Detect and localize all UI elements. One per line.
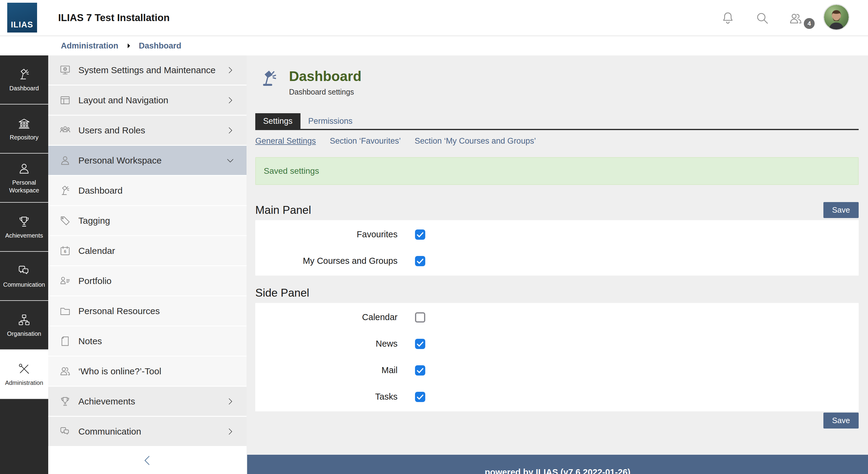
tab-bar: SettingsPermissions — [255, 113, 859, 130]
sidebar-item-personal-resources[interactable]: Personal Resources — [48, 296, 247, 326]
sidebar-item-who-is-online-tool[interactable]: ‘Who is online?’-Tool — [48, 357, 247, 386]
sidebar-item-layout-and-navigation[interactable]: Layout and Navigation — [48, 86, 247, 115]
search-button[interactable] — [755, 11, 770, 25]
note-icon — [59, 335, 71, 347]
chevron-right-icon — [226, 397, 235, 406]
sidebar-item-label: Achievements — [79, 396, 135, 407]
installation-title: ILIAS 7 Test Installation — [58, 12, 170, 24]
section-header-main-panel: Main PanelSave — [255, 202, 859, 218]
chat-icon — [59, 426, 71, 438]
sidebar-item-tagging[interactable]: Tagging — [48, 206, 247, 235]
rail-item-label: Dashboard — [7, 84, 41, 92]
logo-text: ILIAS — [11, 20, 33, 30]
online-users-count-badge: 4 — [804, 18, 815, 29]
subtab-bar: General SettingsSection ‘Favourites’Sect… — [255, 136, 859, 146]
sidebar-item-dashboard[interactable]: Dashboard — [48, 176, 247, 205]
section-title: Side Panel — [255, 287, 309, 299]
sidebar-item-portfolio[interactable]: Portfolio — [48, 266, 247, 296]
breadcrumb: AdministrationDashboard — [0, 36, 868, 56]
rail-item-administration[interactable]: Administration — [0, 350, 48, 399]
sidebar-item-label: Notes — [79, 336, 102, 346]
save-button-bottom[interactable]: Save — [824, 413, 859, 429]
avatar-image — [824, 5, 849, 30]
sidebar-item-label: Layout and Navigation — [79, 95, 168, 105]
chevron-left-icon — [141, 452, 153, 469]
breadcrumb-item-administration[interactable]: Administration — [61, 41, 119, 50]
form-row-favourites: Favourites — [255, 221, 859, 248]
sidebar-item-label: Communication — [79, 427, 141, 437]
sidebar-item-label: ‘Who is online?’-Tool — [79, 366, 161, 376]
rail-item-dashboard[interactable]: Dashboard — [0, 56, 48, 104]
chevron-right-icon — [226, 96, 235, 104]
checkbox-favourites[interactable] — [415, 230, 425, 240]
sidebar-item-personal-workspace[interactable]: Personal Workspace — [48, 146, 247, 175]
rail-item-repository[interactable]: Repository — [0, 104, 48, 154]
subtab-general-settings[interactable]: General Settings — [255, 136, 316, 146]
orgchart-icon — [17, 313, 31, 327]
field-label: Tasks — [255, 392, 398, 402]
rail-item-communication[interactable]: Communication — [0, 252, 48, 301]
users-group-icon — [59, 124, 71, 136]
breadcrumb-item-dashboard[interactable]: Dashboard — [139, 41, 181, 50]
person-icon — [17, 162, 31, 176]
sidebar-item-label: Dashboard — [79, 185, 123, 196]
trophy-icon — [17, 215, 31, 229]
sidebar-collapse-button[interactable] — [141, 452, 153, 469]
user-avatar[interactable] — [823, 4, 849, 30]
bottom-save-row: Save — [255, 413, 859, 429]
sidebar-item-label: Personal Workspace — [79, 156, 161, 166]
success-alert-text: Saved settings — [264, 166, 319, 176]
tab-settings[interactable]: Settings — [255, 113, 301, 129]
form-row-mail: Mail — [255, 357, 859, 384]
rail-item-label: Repository — [8, 133, 40, 141]
dashboard-lamp-icon — [259, 69, 279, 88]
chevron-right-icon — [226, 427, 235, 436]
section-panel-main-panel: FavouritesMy Courses and Groups — [255, 220, 859, 276]
ilias-admin-page: ILIAS ILIAS 7 Test Installation 4 Admini… — [0, 0, 868, 474]
sidebar-item-calendar[interactable]: 6Calendar — [48, 236, 247, 265]
tab-permissions[interactable]: Permissions — [301, 113, 361, 129]
sidebar-item-achievements[interactable]: Achievements — [48, 387, 247, 416]
page-header: Dashboard Dashboard settings — [255, 56, 859, 96]
svg-text:6: 6 — [64, 249, 66, 253]
ilias-logo[interactable]: ILIAS — [7, 3, 37, 33]
field-label: Calendar — [255, 312, 398, 322]
main-menu-rail: DashboardRepositoryPersonal WorkspaceAch… — [0, 56, 48, 474]
sidebar-item-label: Tagging — [79, 215, 110, 226]
rail-item-label: Personal Workspace — [0, 178, 48, 194]
rail-item-organisation[interactable]: Organisation — [0, 301, 48, 350]
form-row-news: News — [255, 331, 859, 357]
subtab-section-favourites[interactable]: Section ‘Favourites’ — [330, 136, 401, 146]
notifications-button[interactable] — [721, 11, 735, 25]
rail-item-personal-workspace[interactable]: Personal Workspace — [0, 154, 48, 203]
checkbox-mail[interactable] — [415, 365, 425, 375]
rail-item-achievements[interactable]: Achievements — [0, 203, 48, 252]
sidebar-item-label: Calendar — [79, 246, 115, 256]
lamp-icon — [59, 184, 71, 197]
calendar-icon: 6 — [59, 245, 71, 257]
checkbox-tasks[interactable] — [415, 392, 425, 402]
tools-icon — [17, 362, 31, 376]
form-row-my-courses-and-groups: My Courses and Groups — [255, 248, 859, 274]
form-row-tasks: Tasks — [255, 384, 859, 410]
sidebar-item-users-and-roles[interactable]: Users and Roles — [48, 116, 247, 145]
sidebar-item-label: Users and Roles — [79, 125, 145, 136]
footer: powered by ILIAS (v7.6 2022-01-26) — [247, 455, 868, 474]
rail-item-label: Administration — [3, 379, 45, 387]
bell-icon — [721, 11, 735, 25]
rail-item-label: Communication — [1, 281, 47, 289]
checkbox-my-courses-and-groups[interactable] — [415, 256, 425, 266]
subtab-section-my-courses-and-groups[interactable]: Section ‘My Courses and Groups’ — [415, 136, 536, 146]
save-button-top[interactable]: Save — [824, 202, 859, 218]
chevron-right-icon — [226, 126, 235, 135]
checkbox-news[interactable] — [415, 339, 425, 349]
sidebar-item-notes[interactable]: Notes — [48, 327, 247, 356]
section-header-side-panel: Side Panel — [255, 284, 859, 301]
online-users-button[interactable] — [788, 11, 803, 26]
sidebar-item-communication[interactable]: Communication — [48, 417, 247, 446]
chat-icon — [17, 264, 31, 278]
sidebar-item-system-settings-and-maintenance[interactable]: System Settings and Maintenance — [48, 56, 247, 84]
users-icon — [788, 11, 803, 26]
lamp-icon — [17, 67, 31, 81]
checkbox-calendar[interactable] — [415, 312, 425, 323]
